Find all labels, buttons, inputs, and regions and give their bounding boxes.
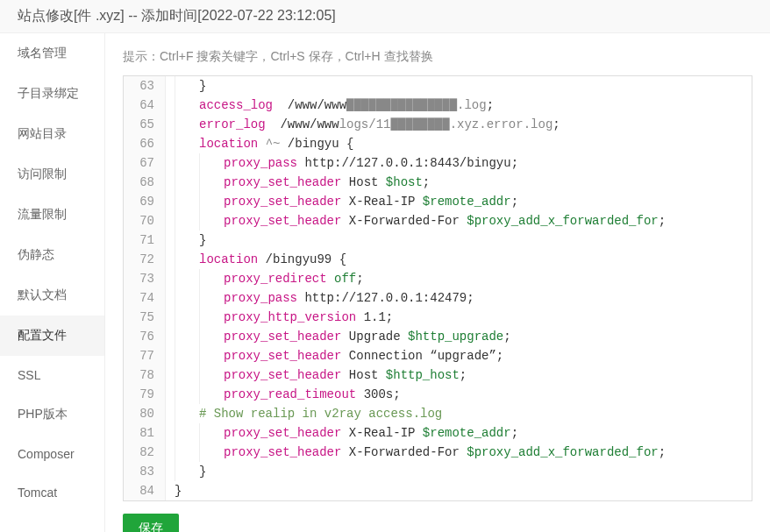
code-line[interactable]: 70proxy_set_header X-Forwarded-For $prox… (124, 211, 752, 231)
indent-guide (175, 269, 199, 288)
line-number: 81 (124, 423, 166, 443)
code-line[interactable]: 72location /bingyu99 { (124, 250, 752, 269)
line-number: 76 (124, 327, 166, 346)
token-value: ; (503, 327, 510, 346)
token-value: X-Real-IP (341, 192, 422, 211)
token-keyword: proxy_pass (224, 153, 297, 173)
token-var: $remote_addr (423, 423, 511, 443)
token-keyword: error_log (199, 115, 266, 134)
line-number: 77 (124, 346, 166, 365)
token-keyword: proxy_set_header (224, 173, 341, 192)
indent-guide (175, 308, 199, 327)
code-line[interactable]: 84} (124, 481, 752, 500)
token-keyword: proxy_set_header (224, 443, 341, 462)
code-line[interactable]: 71} (124, 231, 752, 250)
code-line[interactable]: 80# Show realip in v2ray access.log (124, 404, 752, 423)
indent-guide (175, 134, 199, 153)
token-value: } (175, 481, 182, 500)
token-value: X-Forwarded-For (341, 443, 467, 462)
code-line[interactable]: 68proxy_set_header Host $host; (124, 173, 752, 192)
code-line[interactable]: 81proxy_set_header X-Real-IP $remote_add… (124, 423, 752, 443)
token-var: $remote_addr (423, 192, 511, 211)
token-var: $http_host (386, 365, 460, 385)
line-content: proxy_pass http://127.0.0.1:8443/bingyu; (166, 153, 518, 173)
token-keyword: proxy_set_header (224, 365, 341, 385)
line-content: proxy_set_header X-Forwarded-For $proxy_… (166, 443, 666, 462)
indent-guide (199, 173, 224, 192)
indent-guide (199, 385, 224, 404)
token-value: Connection “upgrade”; (341, 346, 503, 365)
line-number: 74 (124, 288, 166, 308)
save-button[interactable]: 保存 (123, 514, 179, 532)
code-line[interactable]: 67proxy_pass http://127.0.0.1:8443/bingy… (124, 153, 752, 173)
sidebar-item[interactable]: Composer (0, 435, 104, 473)
indent-guide (199, 211, 224, 231)
indent-guide (199, 192, 224, 211)
token-value: 1.1; (356, 308, 393, 327)
code-line[interactable]: 74proxy_pass http://127.0.0.1:42479; (124, 288, 752, 308)
indent-guide (175, 462, 199, 481)
code-line[interactable]: 82proxy_set_header X-Forwarded-For $prox… (124, 443, 752, 462)
indent-guide (199, 346, 224, 365)
line-number: 78 (124, 365, 166, 385)
main-content: 提示：Ctrl+F 搜索关键字，Ctrl+S 保存，Ctrl+H 查找替换 63… (105, 33, 770, 532)
line-number: 80 (124, 404, 166, 423)
code-editor[interactable]: 63}64access_log /www/www███████████████.… (123, 75, 752, 501)
sidebar-item[interactable]: 网站目录 (0, 114, 104, 154)
sidebar-item[interactable]: 访问限制 (0, 154, 104, 195)
line-number: 82 (124, 443, 166, 462)
sidebar-item[interactable]: 配置文件 (0, 316, 104, 356)
code-line[interactable]: 78proxy_set_header Host $http_host; (124, 365, 752, 385)
code-line[interactable]: 64access_log /www/www███████████████.log… (124, 96, 752, 115)
token-value: ; (511, 192, 518, 211)
sidebar-item[interactable]: Tomcat (0, 473, 104, 512)
token-path: ███████████████.log (346, 96, 487, 115)
indent-guide (199, 327, 224, 346)
token-keyword: proxy_set_header (224, 346, 341, 365)
code-line[interactable]: 63} (124, 76, 752, 96)
indent-guide (175, 365, 199, 385)
code-line[interactable]: 65error_log /www/wwwlogs/11████████.xyz.… (124, 115, 752, 134)
line-content: proxy_read_timeout 300s; (166, 385, 401, 404)
line-content: proxy_set_header X-Real-IP $remote_addr; (166, 423, 518, 443)
line-number: 66 (124, 134, 166, 153)
code-line[interactable]: 66location ^~ /bingyu { (124, 134, 752, 153)
token-value: ; (487, 96, 494, 115)
line-content: proxy_set_header Host $http_host; (166, 365, 467, 385)
line-number: 79 (124, 385, 166, 404)
token-path: logs/11████████.xyz.error.log (339, 115, 553, 134)
sidebar-item[interactable]: 流量限制 (0, 195, 104, 235)
code-line[interactable]: 75proxy_http_version 1.1; (124, 308, 752, 327)
indent-guide (175, 211, 199, 231)
token-keyword: location (199, 250, 258, 269)
sidebar-item[interactable]: 伪静态 (0, 235, 104, 275)
token-value: } (199, 231, 206, 250)
sidebar-item[interactable]: PHP版本 (0, 394, 104, 435)
code-line[interactable]: 73proxy_redirect off; (124, 269, 752, 288)
line-number: 75 (124, 308, 166, 327)
sidebar-item[interactable]: 子目录绑定 (0, 74, 104, 114)
token-value: } (199, 462, 206, 481)
code-line[interactable]: 83} (124, 462, 752, 481)
line-number: 67 (124, 153, 166, 173)
token-value: Host (341, 173, 385, 192)
token-comment: # Show realip in v2ray access.log (199, 404, 442, 423)
code-line[interactable]: 79proxy_read_timeout 300s; (124, 385, 752, 404)
line-number: 84 (124, 481, 166, 500)
indent-guide (199, 365, 224, 385)
sidebar-item[interactable]: 域名管理 (0, 33, 104, 74)
line-content: } (166, 462, 206, 481)
line-content: error_log /www/wwwlogs/11████████.xyz.er… (166, 115, 560, 134)
token-keyword: proxy_pass (224, 288, 297, 308)
token-value: http://127.0.0.1:8443/bingyu; (297, 153, 518, 173)
code-line[interactable]: 76proxy_set_header Upgrade $http_upgrade… (124, 327, 752, 346)
token-value: ; (511, 423, 518, 443)
line-content: location /bingyu99 { (166, 250, 346, 269)
token-func: ^~ (266, 134, 281, 153)
token-value: X-Real-IP (341, 423, 422, 443)
sidebar-item[interactable]: 默认文档 (0, 275, 104, 316)
code-line[interactable]: 77proxy_set_header Connection “upgrade”; (124, 346, 752, 365)
code-line[interactable]: 69proxy_set_header X-Real-IP $remote_add… (124, 192, 752, 211)
sidebar-item[interactable]: SSL (0, 356, 104, 394)
indent-guide (175, 385, 199, 404)
